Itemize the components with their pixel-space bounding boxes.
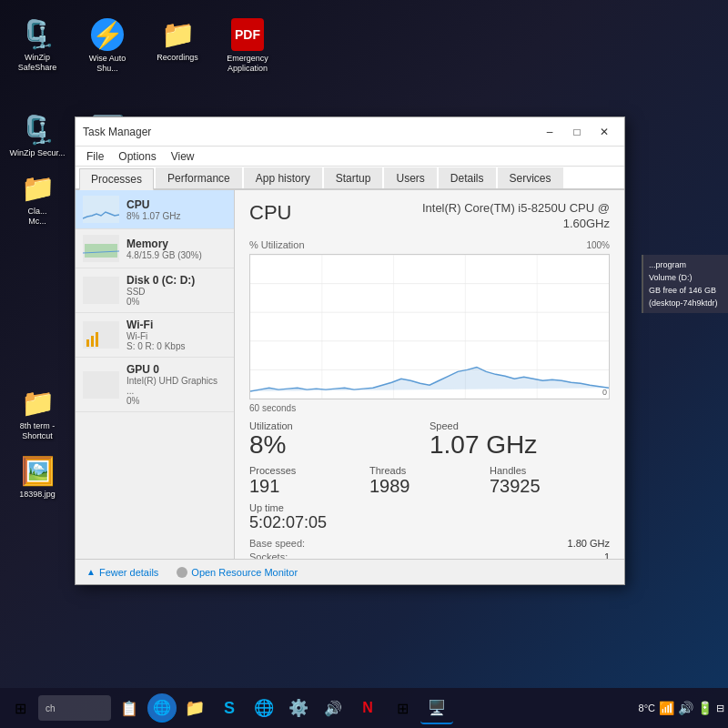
svg-rect-2 (91, 336, 94, 347)
base-speed-value: 1.80 GHz (568, 538, 610, 549)
cpu-info: CPU 8% 1.07 GHz (126, 198, 227, 221)
desktop-icon-winzip-security[interactable]: 🗜️ WinZip Secur... (5, 109, 70, 163)
settings-button[interactable]: ⚙️ (282, 692, 315, 724)
tab-users[interactable]: Users (384, 167, 436, 188)
handles-block: Handles 73925 (490, 465, 610, 497)
memory-name: Memory (126, 238, 227, 250)
gpu-name: GPU 0 (126, 363, 227, 376)
disk-name: Disk 0 (C: D:) (126, 274, 227, 287)
handles-value: 73925 (490, 476, 610, 497)
utilization-label: % Utilization (249, 239, 305, 250)
processes-block: Processes 191 (249, 465, 369, 497)
processes-value: 191 (249, 476, 369, 497)
task-manager-title: Task Manager (83, 126, 537, 138)
start-button[interactable]: ⊞ (4, 692, 36, 724)
desktop-icon-image[interactable]: 🖼️ 18398.jpg (5, 450, 70, 505)
class-label: Cla...Mc... (27, 207, 46, 227)
desktop: 🗜️ WinZip SafeShare ⚡ Wise Auto Shu... 📁… (0, 0, 728, 728)
uptime-block: Up time 5:02:07:05 (249, 502, 610, 532)
cpu-chart-svg (250, 255, 609, 399)
netflix-button[interactable]: N (351, 692, 384, 724)
desktop-icon-class[interactable]: 📁 Cla...Mc... (5, 167, 70, 231)
desktop-icon-8th-term[interactable]: 📁 8th term -Shortcut (5, 382, 70, 446)
disk-detail1: SSD (126, 287, 227, 297)
svg-rect-3 (96, 332, 98, 347)
time-display: ⊟ (716, 703, 724, 714)
memory-process-item[interactable]: Memory 4.8/15.9 GB (30%) (76, 229, 234, 268)
gpu-detail2: 0% (126, 396, 227, 406)
tab-performance[interactable]: Performance (156, 167, 242, 188)
file-explorer-button[interactable]: 📁 (178, 692, 211, 724)
gpu-thumbnail (83, 371, 119, 399)
desktop-icon-emergency[interactable]: PDF Emergency Application (215, 14, 280, 78)
memory-info: Memory 4.8/15.9 GB (30%) (126, 238, 227, 260)
svg-rect-0 (85, 244, 117, 258)
process-list: CPU 8% 1.07 GHz Memory 4.8/15.9 GB (30%) (76, 190, 235, 559)
options-menu[interactable]: Options (111, 148, 163, 165)
wifi-mini-chart (83, 321, 119, 349)
resource-monitor-label: Open Resource Monitor (191, 567, 298, 578)
open-resource-monitor-button[interactable]: Open Resource Monitor (177, 567, 298, 578)
uptime-value: 5:02:07:05 (249, 513, 610, 532)
chevron-up-icon: ▲ (86, 567, 96, 577)
percent-label: 100% (586, 240, 610, 250)
cpu-chart: 0 (249, 254, 610, 399)
speed-block: Speed 1.07 GHz (430, 420, 610, 460)
cpu-header: CPU Intel(R) Core(TM) i5-8250U CPU @ 1.6… (249, 201, 610, 232)
desktop-icon-winzip-safeshare[interactable]: 🗜️ WinZip SafeShare (5, 14, 70, 78)
wifi-name: Wi-Fi (126, 318, 227, 331)
view-menu[interactable]: View (164, 148, 202, 165)
tab-processes[interactable]: Processes (79, 168, 154, 190)
side-panel: ...program Volume (D:) GB free of 146 GB… (642, 255, 728, 313)
cpu-title: CPU (249, 201, 291, 225)
memory-detail: 4.8/15.9 GB (30%) (126, 250, 227, 260)
maximize-button[interactable]: □ (564, 123, 590, 141)
class-icon: 📁 (21, 172, 55, 204)
tab-bar: Processes Performance App history Startu… (76, 167, 624, 190)
tab-startup[interactable]: Startup (324, 167, 383, 188)
temperature-label: 8°C (639, 703, 655, 713)
cpu-mini-chart (83, 196, 119, 223)
wifi-process-item[interactable]: Wi-Fi Wi-Fi S: 0 R: 0 Kbps (76, 313, 234, 358)
program-label: ...program (649, 260, 723, 269)
desktop-icon-recordings[interactable]: 📁 Recordings (145, 14, 210, 78)
tab-services[interactable]: Services (498, 167, 563, 188)
skype-button[interactable]: S (213, 692, 246, 724)
search-bar[interactable]: ch (38, 695, 111, 721)
task-manager-footer: ▲ Fewer details Open Resource Monitor (76, 559, 624, 584)
speed-value: 1.07 GHz (430, 431, 610, 460)
disk-info: Disk 0 (C: D:) SSD 0% (126, 274, 227, 307)
desktop-icon-wise-auto[interactable]: ⚡ Wise Auto Shu... (75, 14, 140, 78)
network-icon: 📶 (659, 701, 674, 715)
window-controls: – □ ✕ (537, 123, 617, 141)
storage-info: GB free of 146 GB (649, 286, 723, 295)
volume-label: Volume (D:) (649, 273, 723, 282)
recordings-label: Recordings (157, 53, 198, 63)
wise-auto-icon: ⚡ (91, 18, 124, 51)
chart-zero: 0 (602, 388, 607, 397)
task-manager-taskbar[interactable]: 🖥️ (420, 692, 453, 724)
fewer-details-button[interactable]: ▲ Fewer details (86, 567, 158, 578)
desktop-icons-top: 🗜️ WinZip SafeShare ⚡ Wise Auto Shu... 📁… (5, 14, 280, 78)
edge-browser-button[interactable]: 🌐 (147, 693, 177, 723)
base-speed-row: Base speed: 1.80 GHz (249, 538, 610, 549)
resource-monitor-icon (177, 567, 187, 578)
threads-value: 1989 (369, 476, 490, 497)
task-manager-body: CPU 8% 1.07 GHz Memory 4.8/15.9 GB (30%) (76, 190, 624, 559)
file-menu[interactable]: File (79, 148, 111, 165)
minimize-button[interactable]: – (537, 123, 562, 141)
close-button[interactable]: ✕ (592, 123, 617, 141)
tab-details[interactable]: Details (439, 167, 496, 188)
cpu-info-panel: Base speed: 1.80 GHz Sockets: 1 Cores: 4… (249, 538, 610, 559)
sockets-value: 1 (604, 551, 610, 559)
gpu-process-item[interactable]: GPU 0 Intel(R) UHD Graphics ... 0% (76, 358, 234, 412)
disk-process-item[interactable]: Disk 0 (C: D:) SSD 0% (76, 268, 234, 313)
utilization-stat-label: Utilization (249, 420, 430, 431)
app-grid-button[interactable]: ⊞ (386, 692, 419, 724)
chrome-button[interactable]: 🌐 (248, 692, 280, 724)
tab-app-history[interactable]: App history (244, 167, 322, 188)
cpu-process-item[interactable]: CPU 8% 1.07 GHz (76, 190, 234, 229)
wifi-detail1: Wi-Fi (126, 331, 227, 341)
volume-button[interactable]: 🔊 (317, 692, 349, 724)
task-view-button[interactable]: 📋 (113, 692, 146, 724)
